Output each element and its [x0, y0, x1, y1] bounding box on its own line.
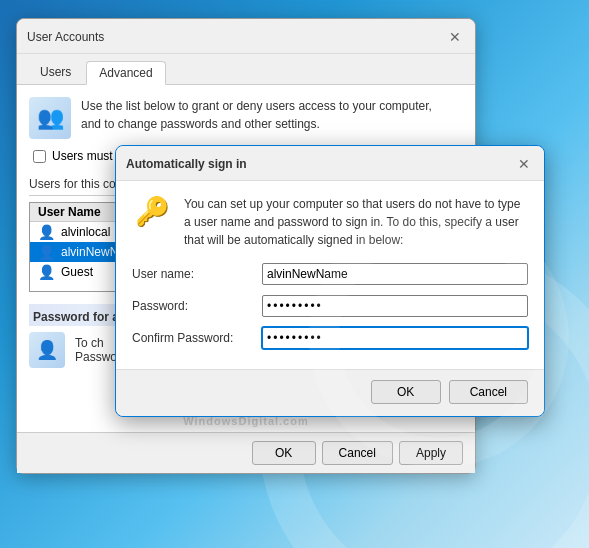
- password-label: Password:: [132, 299, 262, 313]
- confirm-password-row: Confirm Password:: [132, 327, 528, 349]
- autosignin-cancel-button[interactable]: Cancel: [449, 380, 528, 404]
- bottom-buttons: OK Cancel Apply: [17, 432, 475, 473]
- password-input[interactable]: [262, 295, 528, 317]
- autosignin-buttons: OK Cancel: [116, 369, 544, 416]
- autosignin-description: You can set up your computer so that use…: [184, 195, 528, 249]
- autosignin-titlebar: Automatically sign in ✕: [116, 146, 544, 181]
- tab-advanced[interactable]: Advanced: [86, 61, 165, 85]
- tab-users[interactable]: Users: [27, 60, 84, 84]
- username-label: User name:: [132, 267, 262, 281]
- user-accounts-title: User Accounts: [27, 30, 104, 44]
- confirm-password-label: Confirm Password:: [132, 331, 262, 345]
- info-row: 👥 Use the list below to grant or deny us…: [29, 97, 463, 139]
- username-input[interactable]: [262, 263, 528, 285]
- username-row: User name:: [132, 263, 528, 285]
- password-user-icon: 👤: [29, 332, 65, 368]
- reset-password-button[interactable]: Reset Password...: [332, 374, 463, 398]
- autosignin-ok-button[interactable]: OK: [371, 380, 441, 404]
- info-text: Use the list below to grant or deny user…: [81, 97, 432, 133]
- autosignin-info-row: 🔑 You can set up your computer so that u…: [132, 195, 528, 249]
- user-icon-1: 👤: [38, 224, 55, 240]
- user-accounts-close-button[interactable]: ✕: [445, 27, 465, 47]
- user-icon-3: 👤: [38, 264, 55, 280]
- autosignin-dialog: Automatically sign in ✕ 🔑 You can set up…: [115, 145, 545, 417]
- user-group-icon: 👥: [29, 97, 71, 139]
- autosignin-title: Automatically sign in: [126, 157, 247, 171]
- ok-button[interactable]: OK: [252, 441, 316, 465]
- autosignin-close-button[interactable]: ✕: [514, 154, 534, 174]
- cancel-button[interactable]: Cancel: [322, 441, 393, 465]
- user-icon-2: 👤: [38, 244, 55, 260]
- apply-button[interactable]: Apply: [399, 441, 463, 465]
- key-icon: 🔑: [132, 195, 172, 228]
- confirm-password-input[interactable]: [262, 327, 528, 349]
- tabs-bar: Users Advanced: [17, 54, 475, 85]
- password-row: Password:: [132, 295, 528, 317]
- require-login-checkbox[interactable]: [33, 150, 46, 163]
- autosignin-body: 🔑 You can set up your computer so that u…: [116, 181, 544, 369]
- user-accounts-titlebar: User Accounts ✕: [17, 19, 475, 54]
